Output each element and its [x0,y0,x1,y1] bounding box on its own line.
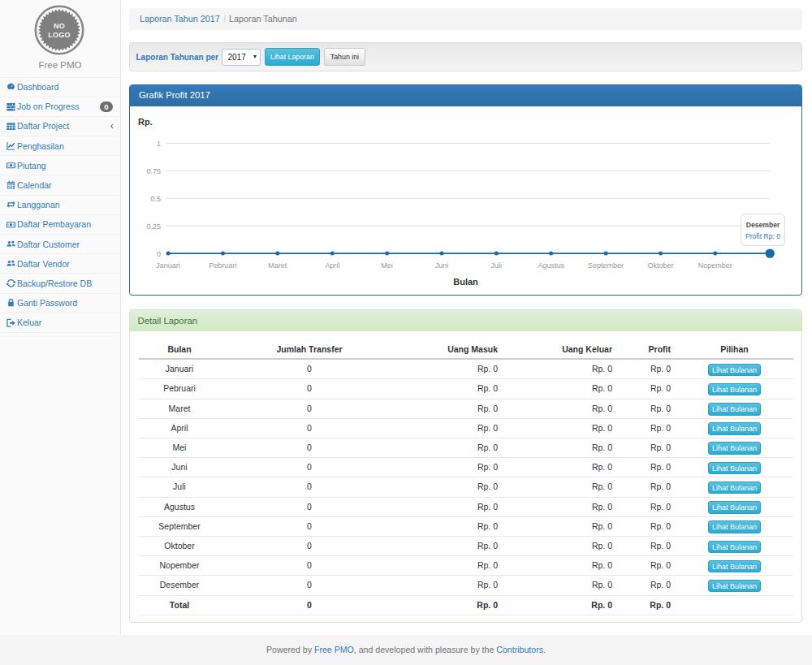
svg-text:Pebruari: Pebruari [209,261,236,270]
svg-text:0.5: 0.5 [150,194,161,202]
svg-text:Januari: Januari [156,261,180,270]
svg-text:NO: NO [54,22,65,30]
svg-text:Maret: Maret [268,261,287,270]
svg-text:Oktober: Oktober [647,261,673,270]
svg-text:Agustus: Agustus [538,261,564,270]
svg-text:Mei: Mei [381,261,393,270]
svg-text:LOGO: LOGO [48,31,71,39]
svg-text:0: 0 [156,249,160,257]
svg-text:April: April [325,261,339,270]
svg-text:0.75: 0.75 [146,166,161,175]
svg-text:September: September [588,261,624,270]
svg-text:Nopember: Nopember [698,261,732,270]
svg-text:0.25: 0.25 [146,222,161,230]
svg-text:Bulan: Bulan [453,276,478,286]
svg-text:Juli: Juli [490,261,502,270]
svg-text:Juni: Juni [434,261,448,270]
svg-text:1: 1 [156,140,160,148]
